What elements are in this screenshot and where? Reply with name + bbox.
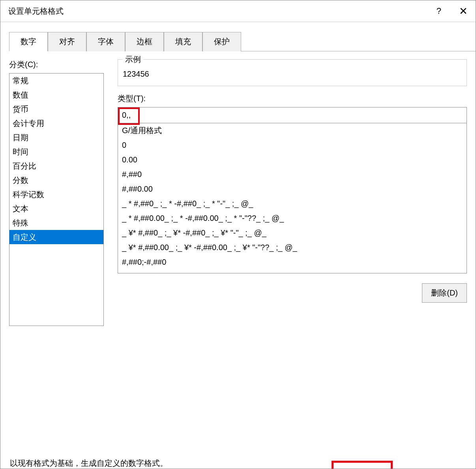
tab-protection[interactable]: 保护 (202, 32, 241, 51)
tab-fill[interactable]: 填充 (164, 32, 202, 51)
tab-border[interactable]: 边框 (125, 32, 164, 51)
format-item[interactable]: _ ¥* #,##0_ ;_ ¥* -#,##0_ ;_ ¥* "-"_ ;_ … (118, 226, 467, 240)
format-item[interactable]: G/通用格式 (118, 123, 467, 138)
type-input[interactable] (118, 107, 467, 123)
hint-text: 以现有格式为基础，生成自定义的数字格式。 (0, 458, 476, 469)
titlebar: 设置单元格格式 ? ✕ (0, 0, 476, 22)
tab-number[interactable]: 数字 (9, 32, 48, 51)
sample-group: 示例 123456 (118, 59, 467, 86)
format-item[interactable]: #,##0 (118, 167, 467, 182)
format-item[interactable]: _ ¥* #,##0.00_ ;_ ¥* -#,##0.00_ ;_ ¥* "-… (118, 240, 467, 255)
close-icon[interactable]: ✕ (459, 5, 468, 17)
category-item-percentage[interactable]: 百分比 (9, 159, 103, 173)
delete-button[interactable]: 删除(D) (422, 283, 467, 303)
format-cells-dialog: 设置单元格格式 ? ✕ 数字 对齐 字体 边框 填充 保护 分类(C): 常规 … (0, 0, 476, 469)
title-controls: ? ✕ (437, 5, 468, 17)
format-list[interactable]: G/通用格式 0 0.00 #,##0 #,##0.00 _ * #,##0_ … (118, 123, 467, 273)
format-item[interactable]: #,##0;-#,##0 (118, 255, 467, 269)
category-item-fraction[interactable]: 分数 (9, 173, 103, 187)
category-item-general[interactable]: 常规 (9, 73, 103, 88)
category-list[interactable]: 常规 数值 货币 会计专用 日期 时间 百分比 分数 科学记数 文本 特殊 自定… (9, 73, 104, 326)
format-item[interactable]: _ * #,##0_ ;_ * -#,##0_ ;_ * "-"_ ;_ @_ (118, 196, 467, 211)
ok-button-highlight (332, 461, 393, 469)
format-item[interactable]: 0.00 (118, 153, 467, 167)
category-item-date[interactable]: 日期 (9, 130, 103, 145)
type-input-wrapper (118, 107, 467, 123)
category-item-text[interactable]: 文本 (9, 202, 103, 216)
format-item[interactable]: #,##0.00 (118, 182, 467, 196)
category-label: 分类(C): (9, 59, 104, 70)
category-item-accounting[interactable]: 会计专用 (9, 116, 103, 130)
sample-legend: 示例 (123, 54, 143, 65)
category-panel: 分类(C): 常规 数值 货币 会计专用 日期 时间 百分比 分数 科学记数 文… (9, 59, 104, 442)
right-panel: 示例 123456 类型(T): G/通用格式 0 0.00 #,##0 #,#… (118, 59, 467, 442)
category-item-custom[interactable]: 自定义 (9, 230, 103, 244)
type-label: 类型(T): (118, 93, 467, 104)
category-item-scientific[interactable]: 科学记数 (9, 187, 103, 202)
format-item[interactable]: _ * #,##0.00_ ;_ * -#,##0.00_ ;_ * "-"??… (118, 211, 467, 226)
tabbar: 数字 对齐 字体 边框 填充 保护 (9, 32, 476, 51)
category-item-number[interactable]: 数值 (9, 88, 103, 102)
tab-alignment[interactable]: 对齐 (48, 32, 86, 51)
sample-value: 123456 (118, 60, 467, 86)
help-icon[interactable]: ? (437, 6, 441, 16)
category-item-currency[interactable]: 货币 (9, 102, 103, 116)
category-item-special[interactable]: 特殊 (9, 216, 103, 230)
content: 分类(C): 常规 数值 货币 会计专用 日期 时间 百分比 分数 科学记数 文… (0, 51, 476, 442)
tab-font[interactable]: 字体 (86, 32, 125, 51)
dialog-title: 设置单元格格式 (8, 6, 64, 17)
format-item[interactable]: #,##0;[红色]-#,##0 (118, 269, 467, 273)
delete-row: 删除(D) (118, 283, 467, 303)
format-item[interactable]: 0 (118, 138, 467, 153)
category-item-time[interactable]: 时间 (9, 145, 103, 159)
